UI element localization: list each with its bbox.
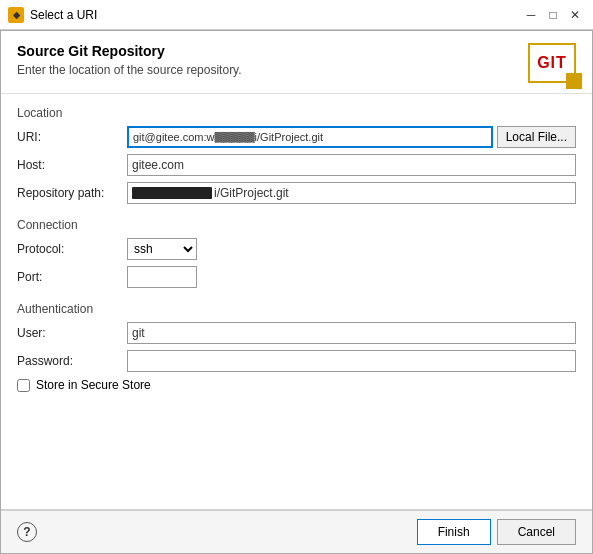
dialog-content: Source Git Repository Enter the location… <box>0 30 593 554</box>
repo-path-redact <box>132 187 212 199</box>
finish-button[interactable]: Finish <box>417 519 491 545</box>
protocol-row: Protocol: ssh https git <box>17 238 576 260</box>
dialog-header: Source Git Repository Enter the location… <box>1 31 592 94</box>
local-file-button[interactable]: Local File... <box>497 126 576 148</box>
protocol-label: Protocol: <box>17 242 127 256</box>
port-label: Port: <box>17 270 127 284</box>
minimize-button[interactable]: ─ <box>521 5 541 25</box>
port-row: Port: <box>17 266 576 288</box>
password-row: Password: <box>17 350 576 372</box>
port-input[interactable] <box>127 266 197 288</box>
host-input[interactable] <box>127 154 576 176</box>
host-label: Host: <box>17 158 127 172</box>
app-icon: ◆ <box>8 7 24 23</box>
location-section-title: Location <box>17 106 576 120</box>
password-label: Password: <box>17 354 127 368</box>
secure-store-label[interactable]: Store in Secure Store <box>36 378 151 392</box>
uri-input[interactable] <box>127 126 493 148</box>
location-section: Location URI: Local File... Host: Reposi… <box>17 106 576 204</box>
authentication-section-title: Authentication <box>17 302 576 316</box>
repo-path-label: Repository path: <box>17 186 127 200</box>
footer-right: Finish Cancel <box>417 519 576 545</box>
password-input[interactable] <box>127 350 576 372</box>
host-row: Host: <box>17 154 576 176</box>
uri-label: URI: <box>17 130 127 144</box>
dialog-subtitle: Enter the location of the source reposit… <box>17 63 528 77</box>
git-logo: GIT <box>528 43 576 83</box>
close-button[interactable]: ✕ <box>565 5 585 25</box>
user-row: User: <box>17 322 576 344</box>
cancel-button[interactable]: Cancel <box>497 519 576 545</box>
footer-left: ? <box>17 522 37 542</box>
protocol-select[interactable]: ssh https git <box>127 238 197 260</box>
window-controls: ─ □ ✕ <box>521 5 585 25</box>
help-button[interactable]: ? <box>17 522 37 542</box>
connection-section: Connection Protocol: ssh https git Port: <box>17 218 576 288</box>
user-input[interactable] <box>127 322 576 344</box>
header-text: Source Git Repository Enter the location… <box>17 43 528 77</box>
secure-store-checkbox[interactable] <box>17 379 30 392</box>
dialog-title: Source Git Repository <box>17 43 528 59</box>
maximize-button[interactable]: □ <box>543 5 563 25</box>
repo-path-suffix: i/GitProject.git <box>214 186 289 200</box>
title-bar: ◆ Select a URI ─ □ ✕ <box>0 0 593 30</box>
user-label: User: <box>17 326 127 340</box>
repo-path-row: Repository path: i/GitProject.git <box>17 182 576 204</box>
window-title: Select a URI <box>30 8 521 22</box>
connection-section-title: Connection <box>17 218 576 232</box>
dialog-body: Location URI: Local File... Host: Reposi… <box>1 94 592 509</box>
secure-store-row: Store in Secure Store <box>17 378 576 392</box>
authentication-section: Authentication User: Password: Store in … <box>17 302 576 392</box>
dialog-footer: ? Finish Cancel <box>1 510 592 553</box>
uri-row: URI: Local File... <box>17 126 576 148</box>
